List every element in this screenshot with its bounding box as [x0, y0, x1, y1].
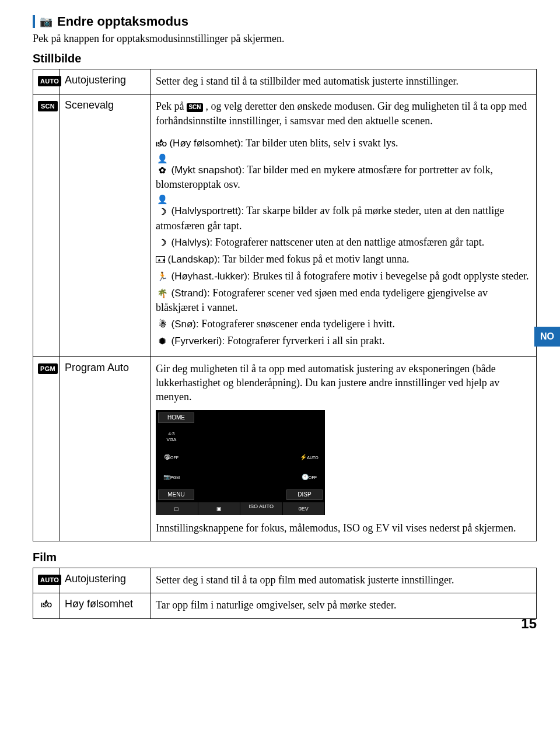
lcd-ev-button[interactable]: 0EV [283, 502, 326, 515]
scene-label: (Fyrverkeri): [172, 335, 225, 347]
lcd-size-indicator[interactable]: 4:3VGA [159, 431, 184, 444]
table-row: ▲ISO Høy følsomhet Tar opp film i naturl… [33, 593, 537, 618]
high-sensitivity-icon: ▲ISO [156, 138, 167, 147]
mode-name: Program Auto [65, 362, 129, 373]
twilight-portrait-icon: 👤☽ [156, 194, 169, 218]
scene-label: (Halvlysportrett): [172, 206, 244, 217]
scene-label: (Høy følsomhet): [169, 138, 243, 149]
scene-text: Tar bilder uten blits, selv i svakt lys. [243, 137, 398, 149]
table-row: AUTO Autojustering Setter deg i stand ti… [33, 568, 537, 593]
twilight-icon: ☽ [156, 237, 169, 249]
lcd-menu-button[interactable]: MENU [158, 489, 194, 500]
lcd-flash-off-icon[interactable]: 🕲OFF [159, 451, 184, 464]
film-heading: Film [33, 551, 537, 564]
fireworks-icon: ✺ [156, 335, 169, 347]
scn-desc-post: , og velg deretter den ønskede modusen. … [156, 100, 527, 126]
mode-desc: Gir deg muligheten til å ta opp med auto… [156, 362, 531, 404]
lcd-iso-button[interactable]: ISO AUTO [240, 502, 283, 515]
mode-name: Høy følsomhet [65, 598, 133, 610]
beach-icon: 🌴 [156, 288, 169, 299]
mode-desc: Setter deg i stand til å ta stillbilder … [156, 75, 459, 87]
high-sensitivity-icon: ▲ISO [41, 599, 52, 608]
scn-inline-badge-icon: SCN [187, 103, 203, 112]
scene-text: Brukes til å fotografere motiv i bevegel… [250, 270, 529, 282]
scene-text: Tar bilder med fokus på et motiv langt u… [220, 253, 409, 265]
lcd-home-button[interactable]: HOME [158, 412, 194, 423]
mode-name: Autojustering [65, 74, 126, 86]
table-row: SCN Scenevalg Pek på SCN , og velg deret… [33, 95, 537, 356]
scene-list: ▲ISO (Høy følsomhet): Tar bilder uten bl… [156, 136, 531, 348]
scene-text: Fotograferer fyrverkeri i all sin prakt. [225, 335, 384, 347]
language-tab: NO [534, 327, 560, 347]
pgm-mode-icon: PGM [38, 363, 58, 374]
section-accent-bar [33, 15, 35, 28]
scene-text: Fotograferer nattscener uten at den natt… [212, 236, 484, 248]
camera-icon: 📷 [40, 15, 52, 28]
landscape-icon: ▲▲ [156, 256, 165, 263]
table-row: PGM Program Auto Gir deg muligheten til … [33, 356, 537, 541]
camera-lcd-mock: HOME MENU DISP 4:3VGA 🕲OFF 📷PGM ⚡AUTO 🕙O… [156, 410, 325, 515]
scene-label: (Halvlys): [172, 237, 213, 248]
table-row: AUTO Autojustering Setter deg i stand ti… [33, 69, 537, 95]
mode-name: Autojustering [65, 573, 126, 585]
pgm-note: Innstillingsknappene for fokus, målemodu… [156, 521, 531, 535]
section-intro: Pek på knappen for opptaksmodusinnstilli… [33, 33, 537, 45]
section-header: 📷 Endre opptaksmodus [33, 14, 537, 29]
scene-label: (Høyhast.-lukker): [172, 271, 250, 282]
lcd-disp-button[interactable]: DISP [286, 489, 323, 500]
scene-label: (Strand): [172, 288, 210, 299]
scn-desc-pre: Pek på [156, 100, 187, 112]
scene-label: (Snø): [172, 319, 199, 330]
mode-desc: Setter deg i stand til å ta opp film med… [156, 574, 454, 586]
scene-text: Fotograferer snøscener enda tydeligere i… [199, 318, 395, 330]
lcd-timer-off-icon[interactable]: 🕙OFF [297, 471, 321, 484]
mode-name: Scenevalg [65, 99, 114, 111]
lcd-pgm-mode-icon[interactable]: 📷PGM [159, 471, 184, 484]
film-modes-table: AUTO Autojustering Setter deg i stand ti… [33, 568, 537, 619]
lcd-metering-button[interactable]: ▣ [198, 502, 241, 515]
snow-icon: ☃ [156, 319, 169, 330]
auto-mode-icon: AUTO [38, 575, 61, 585]
lcd-bottom-bar: ▢ ▣ ISO AUTO 0EV [156, 502, 325, 515]
section-title: Endre opptaksmodus [57, 14, 188, 29]
soft-snap-icon: 👤✿ [156, 153, 169, 177]
high-speed-shutter-icon: 🏃 [156, 271, 169, 282]
scene-label: (Landskap): [168, 254, 220, 265]
scene-label: (Mykt snapshot): [172, 165, 245, 176]
auto-mode-icon: AUTO [38, 76, 61, 86]
mode-desc: Tar opp film i naturlige omgivelser, sel… [156, 599, 396, 611]
scn-mode-icon: SCN [38, 101, 58, 111]
still-heading: Stillbilde [33, 52, 537, 65]
lcd-flash-auto-icon[interactable]: ⚡AUTO [297, 451, 321, 464]
lcd-focus-button[interactable]: ▢ [156, 502, 198, 515]
page-number: 15 [521, 615, 537, 632]
still-modes-table: AUTO Autojustering Setter deg i stand ti… [33, 69, 537, 541]
